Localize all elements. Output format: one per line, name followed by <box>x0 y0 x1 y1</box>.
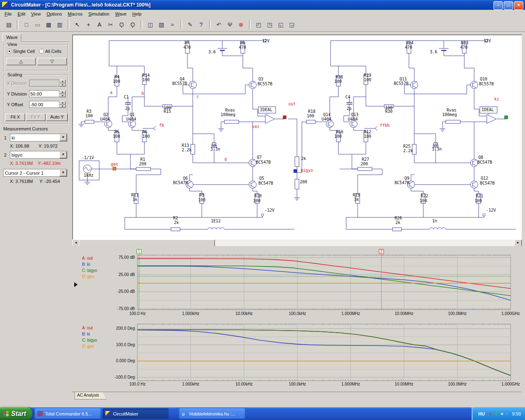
phase-plot-area[interactable] <box>137 324 511 381</box>
find-part-button[interactable]: ◫ <box>145 20 155 30</box>
fit-y-button[interactable]: Fit Y <box>26 114 46 121</box>
gain-legend-ki[interactable]: B: ki <box>82 262 90 267</box>
phase-legend-ki[interactable]: B: ki <box>82 332 90 336</box>
gain-legend-gen[interactable]: D: gen <box>82 274 94 279</box>
taskbar-task-cm[interactable]: CircuitMaker <box>103 409 169 419</box>
clock: 9:59 <box>512 411 521 416</box>
menu-file[interactable]: File <box>2 11 15 17</box>
y-division-spinner[interactable]: ▲▼ <box>59 90 66 97</box>
stop-button[interactable]: ⊗ <box>236 20 246 30</box>
minimize-button[interactable]: – <box>493 1 503 10</box>
wave-splitter-arrow[interactable] <box>74 282 78 287</box>
component-label: 3.3n <box>432 147 442 151</box>
digital-grid-button[interactable]: ◳ <box>265 20 275 30</box>
x-division-label: X Division <box>7 81 27 86</box>
cursor1-signal-select[interactable]: ki▼ <box>10 134 67 142</box>
chevron-down-icon[interactable]: ▼ <box>59 169 67 176</box>
single-cell-radio[interactable]: Single Cell <box>7 49 35 54</box>
volume-icon[interactable]: ◄ <box>500 412 504 416</box>
title-bar[interactable]: CircuitMaker - [C:\Program Files\...\els… <box>0 0 525 10</box>
annotation-button[interactable]: ≈ <box>167 20 178 30</box>
new-file-button[interactable]: □ <box>21 20 32 30</box>
gen-port[interactable] <box>113 167 116 170</box>
start-button[interactable]: Start <box>0 407 32 420</box>
radio-icon[interactable] <box>7 49 12 54</box>
text-tool-button[interactable]: A <box>94 20 105 30</box>
parts-bin-button[interactable]: ▤ <box>4 20 14 30</box>
horizontal-scrollbar[interactable]: ◄ ► <box>72 240 522 246</box>
x-division-spinner[interactable]: ▲▼ <box>59 80 66 87</box>
gain-legend-bigyo[interactable]: C: bigyo <box>82 268 97 273</box>
tab-wave[interactable]: Wave <box>2 34 21 42</box>
component-label: 100 <box>253 199 260 203</box>
undo-button[interactable]: ↶ <box>214 20 224 30</box>
phase-legend-gen[interactable]: D: gen <box>82 344 94 349</box>
sheet-button[interactable]: ▧ <box>156 20 167 30</box>
tab-ac-analysis[interactable]: AC Analysis <box>75 392 106 399</box>
security-alert-icon[interactable]: ● <box>490 412 492 416</box>
y-offset-input[interactable] <box>29 101 59 108</box>
help-button[interactable]: ? <box>196 20 206 30</box>
schematic-canvas[interactable]: R7470R847012V3.6R4100R14100Q4BC557BQ3BC5… <box>72 34 522 240</box>
y-offset-spinner[interactable]: ▲▼ <box>59 101 66 108</box>
component-label: Q5 <box>259 176 264 180</box>
fit-x-button[interactable]: Fit X <box>5 114 25 121</box>
menu-macros[interactable]: Macros <box>65 11 85 17</box>
language-indicator[interactable]: HU <box>478 411 485 416</box>
x-division-input[interactable] <box>29 80 59 87</box>
taskbar-task-ie[interactable]: eHobbielektronika.hu :... <box>179 409 245 419</box>
zoom-out-tool-button[interactable]: Ϙ <box>128 20 138 30</box>
network-icon[interactable]: ● <box>506 412 508 416</box>
menu-help[interactable]: Help <box>129 11 144 17</box>
component-label: R22 <box>421 194 428 198</box>
component-label: 100 <box>142 78 150 82</box>
save-button[interactable]: ▦ <box>43 20 54 30</box>
maximize-button[interactable]: □ <box>504 1 513 10</box>
scroll-down-button[interactable]: ▽ <box>37 58 67 65</box>
arrow-tool-button[interactable]: ↖ <box>72 20 82 30</box>
cursor2-signal-select[interactable]: bigyo▼ <box>10 151 67 159</box>
cursor2-x-readout: X: 3.7619M <box>10 161 33 166</box>
probe-button[interactable]: Ψ <box>225 20 235 30</box>
phase-legend-out[interactable]: A: out <box>82 326 93 330</box>
component-label: 3.3n <box>210 147 220 151</box>
schematic-svg[interactable]: R7470R847012V3.6R4100R14100Q4BC557BQ3BC5… <box>73 35 522 239</box>
waveform-svg[interactable]: 75.00 dB25.00 dB-25.00 dB-75.00 dB100.0 … <box>72 246 523 392</box>
phase-x-tick: 10.00MHz <box>395 382 413 386</box>
component-label: 2p <box>125 106 130 111</box>
radio-icon[interactable] <box>39 49 44 54</box>
menu-wave[interactable]: Wave <box>112 11 130 17</box>
all-cells-radio[interactable]: All Cells <box>39 49 62 54</box>
menu-options[interactable]: Options <box>43 11 65 17</box>
out-port[interactable] <box>283 116 286 119</box>
add-part-button[interactable]: + <box>83 20 94 30</box>
digital-params-button[interactable]: ◲ <box>287 20 297 30</box>
open-file-button[interactable]: ▭ <box>32 20 43 30</box>
chevron-down-icon[interactable]: ▼ <box>59 134 67 141</box>
digital-step-button[interactable]: ◱ <box>276 20 286 30</box>
digital-display-button[interactable]: ◰ <box>253 20 264 30</box>
gain-plot-area[interactable] <box>137 255 511 310</box>
delete-tool-button[interactable]: ✂ <box>105 20 116 30</box>
zoom-in-tool-button[interactable]: Ϙ <box>116 20 127 30</box>
close-button[interactable]: × <box>514 1 523 10</box>
simulation-wizard-button[interactable]: ✎ <box>185 20 195 30</box>
antivirus-icon[interactable]: ◆ <box>494 412 498 416</box>
component-label: 100 <box>364 134 371 139</box>
ki-port[interactable] <box>504 116 508 119</box>
phase-legend-bigyo[interactable]: C: bigyo <box>82 338 97 342</box>
print-button[interactable]: ▥ <box>55 20 65 30</box>
menu-simulation[interactable]: Simulation <box>85 11 112 17</box>
taskbar-task-tc[interactable]: Total Commander 6.5... <box>35 409 100 419</box>
scroll-up-button[interactable]: △ <box>6 58 36 65</box>
auto-y-button[interactable]: Auto Y <box>46 114 68 121</box>
chevron-down-icon[interactable]: ▼ <box>59 151 67 158</box>
y-division-input[interactable] <box>29 90 59 97</box>
toolbar-separator <box>68 20 69 29</box>
menu-edit[interactable]: Edit <box>15 11 28 17</box>
component-label: 100meg <box>442 112 457 117</box>
menu-view[interactable]: View <box>28 11 44 17</box>
cursor-diff-select[interactable]: Cursor 2 - Cursor 1▼ <box>3 169 67 177</box>
gain-legend-out[interactable]: A: out <box>82 256 93 260</box>
bigyo-port[interactable] <box>294 169 297 173</box>
